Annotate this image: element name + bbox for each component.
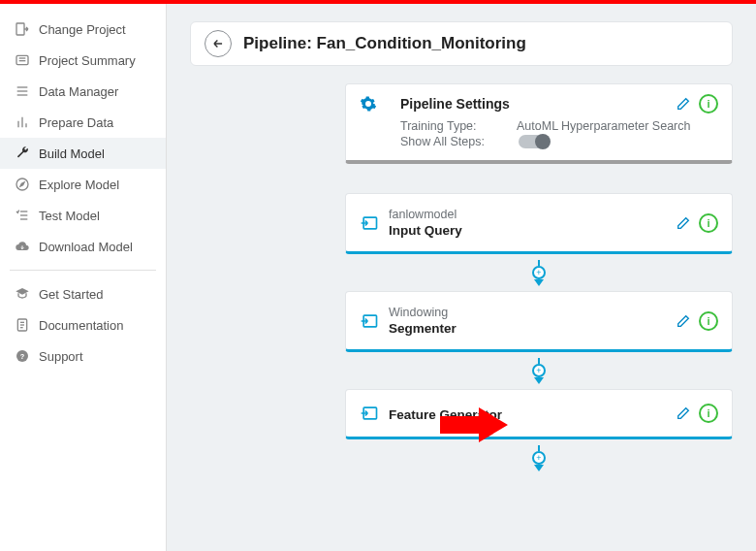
info-step-button[interactable]: i — [699, 404, 718, 423]
sidebar-item-label: Get Started — [39, 287, 103, 302]
step-card-segmenter[interactable]: Windowing Segmenter i — [345, 291, 733, 352]
page-header: Pipeline: Fan_Condition_Monitoring — [190, 21, 733, 66]
connector: + — [345, 260, 733, 287]
sidebar-item-label: Download Model — [39, 240, 133, 254]
step-card-input-query[interactable]: fanlowmodel Input Query i — [345, 193, 733, 254]
step-subtitle: fanlowmodel — [389, 208, 676, 221]
wrench-icon — [12, 146, 33, 161]
sidebar-item-label: Prepare Data — [39, 115, 113, 130]
sidebar-item-label: Explore Model — [39, 178, 119, 192]
sidebar-item-explore-model[interactable]: Explore Model — [0, 169, 166, 200]
step-subtitle: Windowing — [389, 306, 676, 319]
edit-settings-button[interactable] — [676, 96, 691, 112]
sidebar-item-data-manager[interactable]: Data Manager — [0, 76, 166, 107]
step-title: Feature Generator — [389, 407, 676, 422]
info-settings-button[interactable]: i — [699, 94, 718, 113]
add-step-button[interactable]: + — [532, 451, 546, 465]
edit-step-button[interactable] — [676, 313, 691, 329]
list-icon — [12, 83, 33, 99]
sidebar-item-test-model[interactable]: Test Model — [0, 200, 166, 231]
document-icon — [12, 317, 33, 333]
show-all-steps-toggle[interactable] — [519, 135, 550, 148]
sidebar-divider — [10, 270, 156, 271]
sidebar-item-label: Change Project — [39, 22, 126, 37]
step-title: Segmenter — [389, 321, 676, 336]
add-step-button-highlighted[interactable]: + — [532, 364, 546, 377]
pipeline-settings-card: Pipeline Settings i Training Type: AutoM… — [345, 83, 733, 164]
sidebar-item-project-summary[interactable]: Project Summary — [0, 45, 166, 76]
pipeline-settings-title: Pipeline Settings — [400, 96, 676, 112]
back-button[interactable] — [205, 30, 232, 57]
svg-marker-11 — [20, 182, 24, 186]
sidebar-item-support[interactable]: ? Support — [0, 340, 166, 372]
exit-icon — [12, 21, 33, 37]
sidebar-item-build-model[interactable]: Build Model — [0, 138, 166, 169]
add-step-button[interactable]: + — [532, 266, 546, 279]
sidebar-item-change-project[interactable]: Change Project — [0, 14, 166, 45]
input-icon — [360, 404, 389, 423]
info-step-button[interactable]: i — [699, 311, 718, 331]
step-title: Input Query — [389, 223, 676, 238]
edit-step-button[interactable] — [676, 405, 691, 421]
arrow-down-icon — [534, 465, 544, 471]
chart-icon — [12, 114, 33, 130]
main-content: Pipeline: Fan_Condition_Monitoring Pipel… — [167, 4, 756, 551]
training-type-value: AutoML Hyperparameter Search — [517, 119, 690, 133]
summary-icon — [12, 52, 33, 68]
input-icon — [360, 213, 389, 233]
svg-rect-0 — [16, 23, 24, 35]
input-icon — [360, 311, 389, 331]
sidebar-item-get-started[interactable]: Get Started — [0, 278, 166, 309]
edit-step-button[interactable] — [676, 215, 691, 231]
sidebar-item-label: Test Model — [39, 209, 100, 223]
connector: + — [345, 445, 733, 472]
connector-highlighted: + — [345, 358, 733, 385]
sidebar-item-download-model[interactable]: Download Model — [0, 231, 166, 262]
training-type-label: Training Type: — [400, 119, 517, 133]
show-all-steps-label: Show All Steps: — [400, 135, 517, 148]
sidebar-item-label: Documentation — [39, 318, 123, 333]
sidebar: Change Project Project Summary Data Mana… — [0, 4, 167, 551]
svg-text:?: ? — [20, 352, 25, 361]
cloud-download-icon — [12, 239, 33, 254]
graduation-icon — [12, 286, 33, 302]
arrow-down-icon — [534, 377, 544, 384]
sidebar-item-label: Project Summary — [39, 53, 136, 68]
compass-icon — [12, 177, 33, 192]
sidebar-item-label: Data Manager — [39, 84, 118, 99]
sidebar-item-label: Build Model — [39, 146, 105, 161]
step-card-feature-generator[interactable]: Feature Generator i — [345, 389, 733, 439]
checklist-icon — [12, 208, 33, 223]
arrow-down-icon — [534, 279, 544, 286]
page-title: Pipeline: Fan_Condition_Monitoring — [243, 34, 526, 53]
help-icon: ? — [12, 348, 33, 364]
info-step-button[interactable]: i — [699, 213, 718, 233]
sidebar-item-documentation[interactable]: Documentation — [0, 309, 166, 340]
sidebar-item-label: Support — [39, 349, 83, 364]
sidebar-item-prepare-data[interactable]: Prepare Data — [0, 107, 166, 138]
gear-icon — [360, 95, 383, 113]
